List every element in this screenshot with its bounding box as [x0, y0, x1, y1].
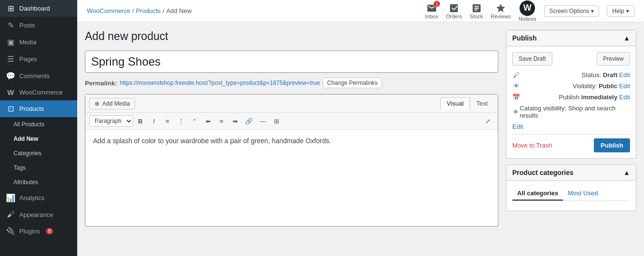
- plugins-badge: 8: [46, 228, 54, 234]
- editor-body[interactable]: Add a splash of color to your wardrobe w…: [85, 130, 498, 226]
- reviews-icon-btn[interactable]: Reviews: [491, 3, 511, 19]
- categories-collapse-icon: ▲: [623, 169, 630, 176]
- inbox-label: Inbox: [425, 13, 438, 19]
- top-bar: WooCommerce / Products / Add New 1 Inbox…: [77, 0, 644, 22]
- screen-options-button[interactable]: Screen Options ▾: [544, 5, 600, 17]
- publish-panel-header[interactable]: Publish ▲: [507, 30, 636, 46]
- sidebar-item-posts[interactable]: ✎ Posts: [0, 17, 77, 34]
- tab-text[interactable]: Text: [470, 97, 494, 109]
- save-draft-button[interactable]: Save Draft: [512, 52, 552, 66]
- permalink-label: Permalink:: [85, 80, 117, 87]
- tab-most-used[interactable]: Most Used: [563, 187, 603, 201]
- plugins-icon: 🔌: [6, 227, 15, 236]
- italic-button[interactable]: I: [148, 115, 160, 127]
- main-content: WooCommerce / Products / Add New 1 Inbox…: [77, 0, 644, 256]
- wp-logo: W: [520, 0, 535, 16]
- breadcrumb: WooCommerce / Products / Add New: [87, 7, 192, 14]
- editor-top-bar: ⊕ Add Media Visual Text: [85, 94, 498, 113]
- bold-button[interactable]: B: [134, 115, 147, 127]
- chevron-down-icon-help: ▾: [626, 8, 629, 14]
- publish-time-edit-link[interactable]: Edit: [619, 94, 630, 101]
- change-permalinks-button[interactable]: Change Permalinks: [323, 78, 382, 88]
- visibility-row: 👁 Visibility: Public Edit: [512, 82, 630, 90]
- comments-icon: 💬: [6, 71, 15, 81]
- status-edit-link[interactable]: Edit: [619, 71, 630, 79]
- sidebar-item-plugins[interactable]: 🔌 Plugins 8: [0, 223, 77, 240]
- appearance-icon: 🖌: [6, 210, 15, 219]
- add-media-button[interactable]: ⊕ Add Media: [89, 98, 135, 109]
- sidebar-item-attributes[interactable]: Attributes: [0, 175, 77, 189]
- orders-label: Orders: [446, 13, 462, 19]
- sidebar-item-products[interactable]: ⊡ Products: [0, 100, 77, 117]
- categories-panel: Product categories ▲ All categories Most…: [506, 164, 636, 211]
- align-right-button[interactable]: ➡: [229, 115, 241, 127]
- sidebar-item-categories[interactable]: Categories: [0, 146, 77, 161]
- breadcrumb-products[interactable]: Products: [136, 7, 161, 14]
- visibility-icon: 👁: [512, 82, 520, 90]
- align-left-button[interactable]: ⬅: [202, 115, 214, 127]
- help-button[interactable]: Help ▾: [607, 5, 634, 17]
- categories-panel-header[interactable]: Product categories ▲: [507, 165, 636, 181]
- publish-time-row: 📅 Publish immediately Edit: [512, 94, 630, 101]
- editor-container: ⊕ Add Media Visual Text Paragraph B I ≡: [85, 94, 498, 227]
- chevron-down-icon: ▾: [591, 8, 594, 14]
- product-name-input[interactable]: [85, 51, 498, 73]
- publish-panel: Publish ▲ Save Draft Preview 🖊 Status: D…: [506, 30, 636, 159]
- publish-time-label: Publish immediately Edit: [559, 94, 630, 101]
- ordered-list-button[interactable]: ⋮: [175, 115, 187, 127]
- woocommerce-icon: W: [6, 88, 15, 96]
- unordered-list-button[interactable]: ≡: [161, 115, 174, 127]
- breadcrumb-woocommerce[interactable]: WooCommerce: [87, 7, 130, 14]
- visibility-edit-link[interactable]: Edit: [619, 82, 630, 90]
- publish-actions-row: Save Draft Preview: [512, 52, 630, 66]
- expand-button[interactable]: ⤢: [481, 115, 494, 127]
- dashboard-icon: ⊞: [6, 4, 15, 13]
- media-icon: ▣: [6, 38, 15, 47]
- tab-all-categories[interactable]: All categories: [512, 187, 563, 201]
- right-panel: Publish ▲ Save Draft Preview 🖊 Status: D…: [506, 30, 636, 248]
- tab-visual[interactable]: Visual: [440, 97, 470, 109]
- status-icon: 🖊: [512, 71, 520, 79]
- sidebar-item-pages[interactable]: ☰ Pages: [0, 51, 77, 67]
- reviews-label: Reviews: [491, 13, 511, 19]
- inbox-icon-btn[interactable]: 1 Inbox: [425, 3, 438, 19]
- orders-icon-btn[interactable]: Orders: [446, 3, 462, 19]
- products-icon: ⊡: [6, 104, 15, 113]
- sidebar-item-woocommerce[interactable]: W WooCommerce: [0, 84, 77, 100]
- permalink-url[interactable]: https://moosendshop.freesite.host/?post_…: [120, 80, 320, 86]
- calendar-icon: 📅: [512, 94, 520, 101]
- notices-label: Notices: [519, 16, 536, 22]
- publish-button[interactable]: Publish: [594, 138, 630, 152]
- catalog-edit-link[interactable]: Edit: [512, 123, 523, 130]
- publish-panel-body: Save Draft Preview 🖊 Status: Draft Edit …: [507, 46, 636, 158]
- table-button[interactable]: ⊞: [270, 115, 283, 127]
- sidebar-item-media[interactable]: ▣ Media: [0, 34, 77, 51]
- sidebar-item-analytics[interactable]: 📊 Analytics: [0, 189, 77, 206]
- notices-icon-btn[interactable]: W Notices: [519, 0, 536, 22]
- sidebar-item-comments[interactable]: 💬 Comments: [0, 67, 77, 84]
- breadcrumb-current: Add New: [166, 7, 192, 14]
- analytics-icon: 📊: [6, 193, 15, 202]
- categories-panel-body: All categories Most Used: [507, 181, 636, 211]
- sidebar-item-add-new[interactable]: Add New: [0, 132, 77, 146]
- collapse-icon: ▲: [623, 34, 630, 42]
- pages-icon: ☰: [6, 54, 15, 64]
- more-button[interactable]: —: [257, 115, 269, 127]
- blockquote-button[interactable]: ": [188, 115, 201, 127]
- sidebar-item-all-products[interactable]: All Products: [0, 117, 77, 132]
- status-row: 🖊 Status: Draft Edit: [512, 71, 630, 79]
- align-center-button[interactable]: ≡: [215, 115, 228, 127]
- sidebar-item-appearance[interactable]: 🖌 Appearance: [0, 206, 77, 223]
- stock-label: Stock: [470, 13, 483, 19]
- stock-icon-btn[interactable]: Stock: [470, 3, 483, 19]
- sidebar-item-dashboard[interactable]: ⊞ Dashboard: [0, 0, 77, 17]
- preview-button[interactable]: Preview: [597, 52, 630, 66]
- move-to-trash-link[interactable]: Move to Trash: [512, 142, 552, 149]
- sidebar-item-tags[interactable]: Tags: [0, 161, 77, 175]
- page-title: Add new product: [85, 30, 498, 43]
- editor-toolbar: Paragraph B I ≡ ⋮ " ⬅ ≡ ➡ 🔗 — ⊞ ⤢: [85, 113, 498, 130]
- inbox-badge: 1: [434, 1, 440, 7]
- link-button[interactable]: 🔗: [242, 115, 256, 127]
- main-panel: Add new product Permalink: https://moose…: [85, 30, 498, 248]
- paragraph-select[interactable]: Paragraph: [89, 115, 133, 127]
